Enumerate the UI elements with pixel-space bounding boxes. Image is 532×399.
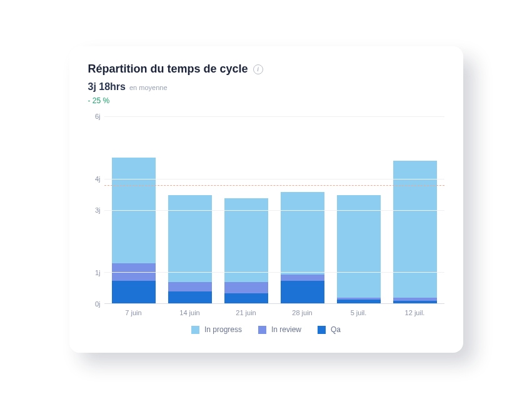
card-title: Répartition du temps de cycle [88,63,248,76]
y-axis: 0j1j3j4j6j [88,116,104,304]
bar-segment [112,281,156,304]
average-label: en moyenne [129,84,168,91]
average-value: 3j 18hrs [88,81,126,93]
bar-segment [281,275,324,281]
x-tick-label: 5 juil. [337,309,381,316]
bar-segment [112,158,156,263]
legend-item[interactable]: In progress [191,325,242,334]
bar-group[interactable] [393,117,437,304]
x-tick-label: 28 juin [281,309,324,316]
bar-segment [224,293,268,304]
legend-label: In review [271,325,301,334]
x-axis: 7 juin14 juin21 juin28 juin5 juil.12 jui… [104,304,444,316]
title-row: Répartition du temps de cycle i [88,63,444,76]
bar-segment [224,282,268,293]
bar-segment [281,281,324,304]
bars-container [104,117,444,304]
plot-region [104,116,444,304]
y-tick-label: 0j [95,300,101,308]
bar-group[interactable] [112,117,156,304]
delta-badge: - 25 % [88,96,444,105]
y-tick-label: 4j [95,175,101,183]
reference-line [104,185,444,186]
legend-label: Qa [331,325,341,334]
legend-item[interactable]: In review [258,325,301,334]
gridline [104,272,444,273]
bar-segment [168,282,212,291]
x-tick-label: 14 juin [168,309,212,316]
x-tick-label: 21 juin [224,309,268,316]
bar-segment [393,161,437,298]
baseline [104,303,444,304]
average-row: 3j 18hrs en moyenne [88,81,444,93]
legend-label: In progress [204,325,242,334]
y-tick-label: 1j [95,269,101,276]
bar-group[interactable] [281,117,324,304]
bar-group[interactable] [168,117,212,304]
bar-group[interactable] [224,117,268,304]
legend-swatch [191,326,199,334]
legend: In progressIn reviewQa [88,325,444,334]
chart-card: Répartition du temps de cycle i 3j 18hrs… [69,46,463,353]
y-tick-label: 3j [95,206,101,214]
bar-group[interactable] [337,117,381,304]
legend-swatch [318,326,326,334]
bar-segment [168,291,212,304]
x-tick-label: 7 juin [112,309,156,316]
bar-segment [224,198,268,283]
info-icon[interactable]: i [253,64,263,74]
x-tick-label: 12 juil. [393,309,437,316]
card-header: Répartition du temps de cycle i 3j 18hrs… [88,63,444,105]
y-tick-label: 6j [95,113,101,120]
legend-swatch [258,326,266,334]
bar-segment [168,195,212,283]
bar-segment [281,192,324,275]
chart-plot-area: 0j1j3j4j6j [88,116,444,304]
legend-item[interactable]: Qa [318,325,341,334]
gridline [104,179,444,179]
gridline [104,210,444,211]
